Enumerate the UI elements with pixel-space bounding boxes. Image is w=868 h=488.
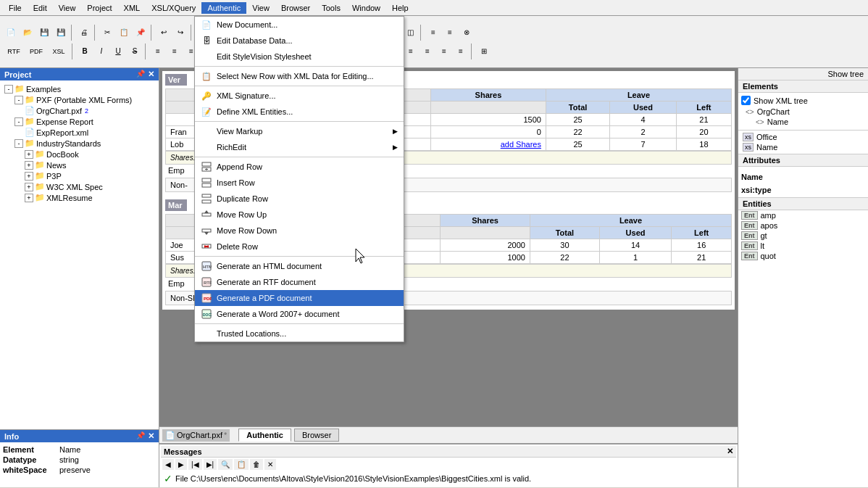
entity-amp[interactable]: Ent amp — [738, 210, 868, 220]
row4-total[interactable]: 30 — [530, 239, 599, 252]
tb-save-all[interactable]: 💾 — [53, 25, 69, 41]
tb-cut[interactable]: ✂ — [99, 25, 115, 41]
expand-docbook[interactable]: + — [25, 150, 33, 159]
tb-l4[interactable]: ≡ — [453, 44, 469, 59]
info-close[interactable]: ✕ — [148, 431, 154, 441]
tb-btn11[interactable]: ◫ — [402, 25, 418, 41]
menu-edit-stylevision[interactable]: Edit StyleVision Stylesheet — [195, 49, 404, 65]
msg-btn-x[interactable]: ✕ — [264, 459, 276, 470]
row1-shares[interactable]: 1500 — [430, 114, 546, 126]
tree-docbook[interactable]: + 📁 DocBook — [3, 149, 156, 160]
menu-move-row-down[interactable]: Move Row Down — [195, 223, 404, 239]
show-xml-tree-checkbox[interactable] — [741, 96, 751, 105]
expand-examples[interactable]: - — [4, 85, 13, 94]
row5-used[interactable]: 1 — [599, 252, 671, 264]
tb-align-left[interactable]: ≡ — [150, 44, 166, 59]
menu-file[interactable]: File — [3, 2, 28, 14]
expand-xmlresume[interactable]: + — [25, 194, 33, 202]
msg-btn-clear[interactable]: 🔍 — [218, 459, 233, 470]
tree-p3p[interactable]: + 📁 P3P — [3, 170, 156, 181]
tb-l2[interactable]: ≡ — [420, 44, 435, 59]
tree-pxf[interactable]: - 📁 PXF (Portable XML Forms) — [3, 94, 156, 105]
tb-xsl1[interactable]: XSL — [48, 44, 70, 59]
tb-redo[interactable]: ↪ — [172, 25, 188, 41]
menu-select-row[interactable]: 📋 Select New Row with XML Data for Editi… — [195, 68, 404, 84]
expand-expense[interactable]: - — [14, 117, 23, 126]
row5-shares[interactable]: 1000 — [441, 252, 530, 264]
menu-duplicate-row[interactable]: Duplicate Row — [195, 191, 404, 207]
tb-undo[interactable]: ↩ — [156, 25, 172, 41]
menu-browser[interactable]: Browser — [275, 2, 316, 14]
menu-define-entities[interactable]: 📝 Define XML Entities... — [195, 104, 404, 120]
menu-gen-rtf[interactable]: RTF Generate an RTF document — [195, 274, 404, 290]
msg-btn-last[interactable]: ▶| — [204, 459, 217, 470]
msg-btn-copy[interactable]: 📋 — [234, 459, 249, 470]
row1-total[interactable]: 25 — [546, 114, 609, 126]
entity-lt[interactable]: Ent lt — [738, 241, 868, 251]
menu-view-markup[interactable]: View Markup ▶ — [195, 123, 404, 139]
msg-btn-prev[interactable]: ◀ — [162, 459, 174, 470]
tb-btn12[interactable]: ≡ — [425, 25, 441, 41]
messages-close[interactable]: ✕ — [727, 447, 733, 456]
entity-quot[interactable]: Ent quot — [738, 251, 868, 261]
tb-align-center[interactable]: ≡ — [167, 44, 183, 59]
menu-gen-word[interactable]: DOCX Generate a Word 2007+ document — [195, 306, 404, 322]
menu-xml[interactable]: XML — [118, 2, 146, 14]
menu-gen-html[interactable]: HTML Generate an HTML document — [195, 258, 404, 274]
row2-used[interactable]: 2 — [610, 126, 677, 138]
tb-open[interactable]: 📂 — [20, 25, 36, 41]
menu-insert-row[interactable]: Insert Row — [195, 175, 404, 191]
expand-p3p[interactable]: + — [25, 172, 33, 181]
tb-paste[interactable]: 📌 — [133, 25, 149, 41]
row4-used[interactable]: 14 — [599, 239, 671, 252]
tb-rtf1[interactable]: RTF — [3, 44, 25, 59]
menu-tools[interactable]: Tools — [316, 2, 346, 14]
row2-left[interactable]: 20 — [676, 126, 731, 138]
tb-l3[interactable]: ≡ — [436, 44, 452, 59]
row4-left[interactable]: 16 — [672, 239, 732, 252]
menu-new-document[interactable]: 📄 New Document... — [195, 17, 404, 33]
menu-help[interactable]: Help — [386, 2, 414, 14]
tree-industry[interactable]: - 📁 IndustryStandards — [3, 138, 156, 149]
element-name[interactable]: <> Name — [744, 117, 865, 127]
tree-xmlresume[interactable]: + 📁 XMLResume — [3, 192, 156, 203]
element-office[interactable]: xs Office — [741, 132, 865, 142]
menu-edit-database[interactable]: 🗄 Edit Database Data... — [195, 33, 404, 49]
tab-authentic[interactable]: Authentic — [238, 429, 291, 442]
entity-apos[interactable]: Ent apos — [738, 220, 868, 231]
row3-shares[interactable]: add Shares — [430, 138, 546, 151]
row2-shares[interactable]: 0 — [430, 126, 546, 138]
row3-left[interactable]: 18 — [676, 138, 731, 151]
row1-used[interactable]: 4 — [610, 114, 677, 126]
tab-browser[interactable]: Browser — [294, 429, 339, 442]
row5-left[interactable]: 21 — [672, 252, 732, 264]
element-orgchart[interactable]: <> OrgChart — [744, 107, 865, 117]
row4-shares[interactable]: 2000 — [441, 239, 530, 252]
menu-edit[interactable]: Edit — [28, 2, 53, 14]
tb-copy[interactable]: 📋 — [116, 25, 132, 41]
tb-l1[interactable]: ≡ — [403, 44, 419, 59]
expand-news[interactable]: + — [25, 161, 33, 170]
menu-richedit[interactable]: RichEdit ▶ — [195, 139, 404, 155]
menu-gen-pdf[interactable]: PDF Generate a PDF document — [195, 290, 404, 306]
menu-project[interactable]: Project — [81, 2, 117, 14]
tree-news[interactable]: + 📁 News — [3, 160, 156, 170]
menu-trusted-locations[interactable]: Trusted Locations... — [195, 326, 404, 342]
project-pin[interactable]: 📌 — [136, 70, 145, 79]
tree-w3c[interactable]: + 📁 W3C XML Spec — [3, 181, 156, 192]
tb-bold[interactable]: B — [77, 44, 93, 59]
expand-w3c[interactable]: + — [25, 183, 33, 191]
element-name2[interactable]: xs Name — [741, 142, 865, 152]
tb-italic[interactable]: I — [93, 44, 109, 59]
show-tree-btn[interactable]: Show tree — [738, 68, 868, 80]
row2-total[interactable]: 22 — [546, 126, 609, 138]
row3-total[interactable]: 25 — [546, 138, 609, 151]
expand-industry[interactable]: - — [14, 139, 23, 148]
expand-pxf[interactable]: - — [14, 96, 23, 104]
project-close[interactable]: ✕ — [148, 70, 154, 79]
doc-tab[interactable]: 📄 OrgChart.pxf * — [162, 429, 230, 442]
entity-gt[interactable]: Ent gt — [738, 231, 868, 241]
tb-print[interactable]: 🖨 — [76, 25, 92, 41]
row3-used[interactable]: 7 — [610, 138, 677, 151]
menu-view[interactable]: View — [53, 2, 82, 14]
